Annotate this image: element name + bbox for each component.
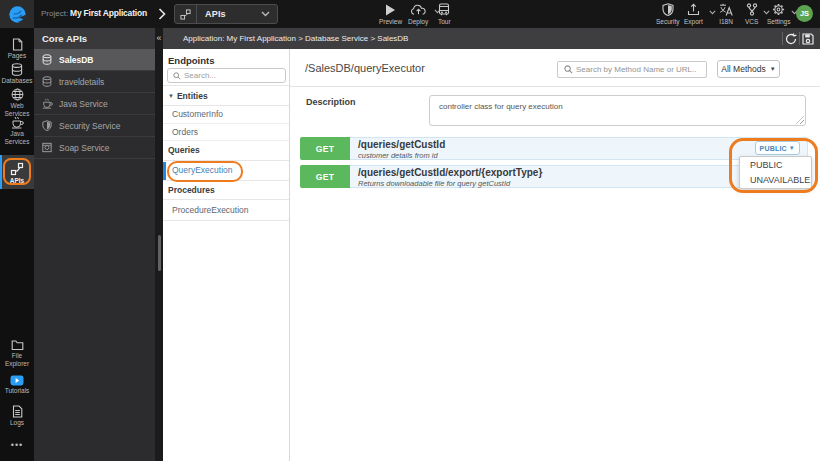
service-item-label: Java Service [59, 99, 108, 109]
refresh-button[interactable] [783, 28, 799, 49]
main-header: /SalesDB/queryExecutor All Methods ▼ [290, 49, 820, 87]
panel-divider-strip: « [155, 28, 163, 461]
section-header-entities[interactable]: ▼ Entities [163, 86, 289, 106]
gear-icon [772, 2, 785, 16]
methods-filter-dropdown[interactable]: All Methods ▼ [717, 60, 780, 78]
play-icon [385, 2, 396, 16]
rail-item-apis[interactable]: APIs [0, 155, 34, 189]
rail-item-logs[interactable]: Logs [0, 405, 34, 427]
endpoint-item-orders[interactable]: Orders [163, 124, 289, 142]
service-item-label: traveldetails [59, 77, 104, 87]
description-value: controller class for query execution [439, 102, 563, 111]
database-icon [11, 63, 23, 76]
endpoints-panel: Endpoints ▼ Entities CustomerInfo Orders… [163, 49, 290, 461]
deploy-button[interactable]: Deploy [408, 2, 428, 25]
visibility-dropdown-button[interactable]: PUBLIC ▼ [755, 141, 800, 155]
endpoints-search [167, 68, 286, 83]
mode-selector-dropdown[interactable]: APIs [174, 4, 278, 24]
topbar: Project: My First Application APIs Previ… [0, 0, 820, 28]
api-row-getcustid-export[interactable]: GET /queries/getCustId/export/{exportTyp… [300, 165, 808, 188]
search-icon [173, 72, 181, 80]
folder-icon [11, 339, 24, 351]
visibility-option-public[interactable]: PUBLIC [740, 157, 811, 173]
app-logo[interactable] [0, 0, 34, 28]
endpoint-item-queryexecution[interactable]: QueryExecution [163, 161, 289, 182]
description-label: Description [306, 97, 356, 107]
rail-more-button[interactable]: ••• [0, 439, 34, 452]
collapse-sidebar-button[interactable]: « [155, 31, 163, 46]
security-button[interactable]: Security [656, 2, 679, 25]
method-search-input[interactable] [576, 65, 696, 74]
service-item-salesdb[interactable]: SalesDB [34, 49, 155, 71]
video-icon [10, 375, 24, 386]
endpoints-title: Endpoints [163, 49, 289, 63]
database-icon [42, 54, 54, 65]
service-item-label: SalesDB [59, 55, 94, 65]
page-icon [12, 38, 23, 51]
endpoint-item-procedureexecution[interactable]: ProcedureExecution [163, 200, 289, 221]
export-button[interactable]: Export [684, 2, 703, 25]
coffee-icon [42, 98, 54, 109]
shield-icon [42, 120, 54, 131]
selected-item-indicator [163, 162, 166, 180]
vcs-button[interactable]: VCS [745, 2, 758, 25]
services-sidebar: Core APIs SalesDB traveldetails Java Ser… [34, 28, 155, 461]
soap-icon [42, 142, 54, 153]
service-item-security-service[interactable]: Security Service [34, 115, 155, 137]
method-badge: GET [300, 165, 350, 188]
branch-icon [746, 2, 758, 16]
section-header-queries[interactable]: Queries [163, 141, 289, 161]
coffee-icon [11, 116, 24, 129]
user-avatar[interactable]: JS [796, 5, 813, 22]
visibility-option-unavailable[interactable]: UNAVAILABLE [740, 173, 811, 189]
endpoints-search-input[interactable] [184, 71, 274, 80]
chevron-down-icon [709, 10, 716, 15]
api-description: customer details from id [358, 151, 438, 160]
method-badge: GET [300, 137, 350, 160]
tour-button[interactable]: Tour [438, 2, 451, 25]
section-header-procedures[interactable]: Procedures [163, 181, 289, 200]
chevron-down-icon [261, 11, 277, 17]
rail-item-tutorials[interactable]: Tutorials [0, 375, 34, 395]
preview-button[interactable]: Preview [379, 2, 402, 25]
triangle-down-icon: ▼ [770, 66, 776, 72]
api-description: Returns downloadable file for query getC… [358, 179, 510, 188]
breadcrumb-actions [782, 28, 820, 49]
save-button[interactable] [800, 28, 816, 49]
rail-item-pages[interactable]: Pages [0, 38, 34, 60]
api-path: /queries/getCustId/export/{exportType} [358, 167, 542, 178]
page-title: /SalesDB/queryExecutor [305, 62, 425, 74]
mode-selector-label: APIs [197, 9, 261, 19]
scrollbar-thumb[interactable] [158, 235, 161, 271]
api-icon [175, 5, 197, 23]
rail-item-file-explorer[interactable]: File Explorer [0, 339, 34, 369]
resize-handle[interactable] [796, 116, 804, 124]
description-textarea[interactable]: controller class for query execution [429, 95, 806, 126]
triangle-down-icon: ▼ [789, 145, 795, 151]
log-icon [12, 405, 23, 418]
api-icon [10, 162, 24, 176]
endpoint-item-customerinfo[interactable]: CustomerInfo [163, 106, 289, 124]
endpoints-list: ▼ Entities CustomerInfo Orders Queries Q… [163, 85, 289, 221]
rail-item-web-services[interactable]: Web Services [0, 88, 34, 119]
translate-icon [719, 2, 733, 16]
service-item-traveldetails[interactable]: traveldetails [34, 71, 155, 93]
service-item-java-service[interactable]: Java Service [34, 93, 155, 115]
api-path: /queries/getCustId [358, 139, 445, 150]
cloud-upload-icon [411, 2, 426, 16]
service-item-label: Security Service [59, 121, 120, 131]
api-row-getcustid[interactable]: GET /queries/getCustId customer details … [300, 137, 808, 160]
bus-icon [438, 2, 450, 16]
breadcrumb-bar: Application: My First Application > Data… [163, 28, 820, 49]
settings-button[interactable]: Settings [767, 2, 791, 25]
save-icon [802, 33, 814, 45]
visibility-menu: PUBLIC UNAVAILABLE [739, 156, 812, 189]
rail-item-databases[interactable]: Databases [0, 63, 34, 85]
service-item-label: Soap Service [59, 143, 110, 153]
service-item-soap-service[interactable]: Soap Service [34, 137, 155, 159]
project-label: Project: [41, 9, 68, 18]
main-content: /SalesDB/queryExecutor All Methods ▼ Des… [290, 49, 820, 461]
i18n-button[interactable]: I18N [719, 2, 733, 25]
rail-item-java-services[interactable]: Java Services [0, 116, 34, 147]
triangle-down-icon: ▼ [168, 93, 174, 99]
